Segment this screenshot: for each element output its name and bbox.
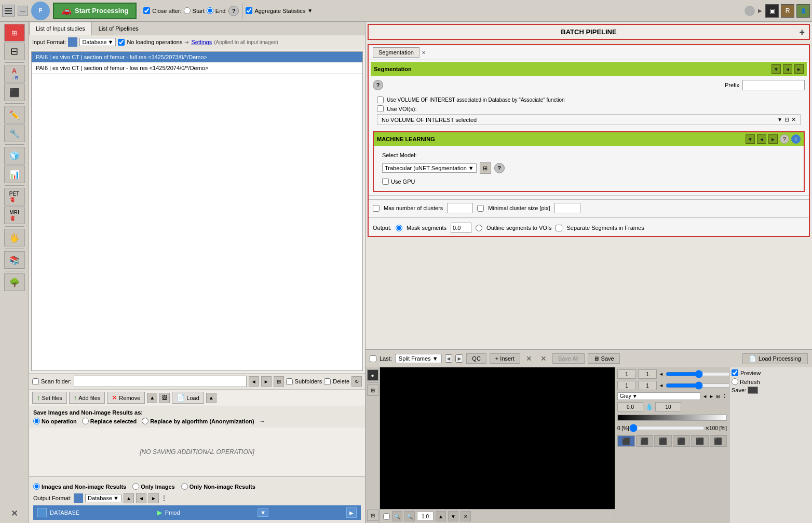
viewer-up-arrow[interactable]: ▲ <box>436 511 446 521</box>
outline-radio[interactable] <box>476 225 482 231</box>
start-processing-button[interactable]: 🚗 Start Processing <box>53 3 137 19</box>
sidebar-icon-grid[interactable]: ⊟ <box>4 43 25 60</box>
sidebar-icon-atom[interactable]: PET🫀 <box>4 188 25 205</box>
sidebar-icon-tools[interactable]: 🔧 <box>4 125 25 142</box>
vr-nav-btn1[interactable]: ⬛ <box>617 435 635 447</box>
pmod-expand-btn[interactable]: ▶ <box>346 507 357 518</box>
vr-input2b[interactable] <box>638 381 657 390</box>
remove-button[interactable]: ✕ Remove <box>107 392 145 404</box>
replace-algorithm-option[interactable]: Replace by algorithm (Anonymization) <box>142 418 254 424</box>
mask-radio[interactable] <box>396 225 402 231</box>
vr-gray-copy[interactable]: ⊞ <box>716 394 720 399</box>
viewer-btn-dark[interactable]: ● <box>367 369 378 381</box>
no-operation-option[interactable]: No operation <box>33 418 77 424</box>
voi-close-btn[interactable]: ✕ <box>791 116 796 123</box>
up-btn[interactable]: ▲ <box>147 393 157 403</box>
vr-max-input[interactable] <box>655 402 681 411</box>
last-checkbox[interactable] <box>370 355 376 362</box>
viewer-close-btn[interactable]: ✕ <box>461 511 471 521</box>
sidebar-icon-layers[interactable]: ⬛ <box>4 84 25 101</box>
pmod-dropdown[interactable]: ▼ <box>258 508 268 517</box>
close-icon[interactable]: ✕ <box>705 425 709 431</box>
input-format-dropdown[interactable]: Database ▼ <box>79 38 116 46</box>
set-files-button[interactable]: ↑ Set files <box>32 392 67 404</box>
batch-add-button[interactable]: + <box>799 26 805 37</box>
account-icon[interactable]: 👤 <box>796 4 810 18</box>
qc-button[interactable]: QC <box>466 353 486 364</box>
vr-arrow-left2[interactable]: ◄ <box>659 383 664 388</box>
delete-checkbox[interactable] <box>324 378 331 385</box>
seg-help-button[interactable]: ? <box>373 80 383 90</box>
monitor-icon[interactable]: ▣ <box>765 4 779 18</box>
output-more-btn[interactable]: ⋮ <box>161 494 167 502</box>
use-volume-checkbox[interactable] <box>377 97 384 103</box>
study-item[interactable]: PAI6 | ex vivo CT | section of femur - f… <box>32 52 362 63</box>
tab-input-studies[interactable]: List of Input studies <box>29 22 92 35</box>
no-loading-checkbox[interactable] <box>118 39 125 46</box>
output-prev-btn[interactable]: ◄ <box>136 493 146 503</box>
model-dropdown[interactable]: Trabecular (uNET Segmentation ▼ <box>382 163 477 173</box>
save-button[interactable]: 🖥 Save <box>588 353 620 364</box>
aggregate-arrow[interactable]: ▼ <box>307 8 313 13</box>
copy-btn[interactable]: ⊞ <box>274 376 284 387</box>
vr-input1b[interactable] <box>638 369 657 379</box>
vr-nav-btn4[interactable]: ⬛ <box>673 435 691 447</box>
seg-tab-close[interactable]: ✕ <box>422 50 426 56</box>
min-cluster-checkbox[interactable] <box>477 205 484 212</box>
min-cluster-input[interactable] <box>554 203 580 213</box>
next-frame-btn[interactable]: ► <box>455 354 463 363</box>
separate-checkbox[interactable] <box>556 225 562 231</box>
vr-nav-btn6[interactable]: ⬛ <box>710 435 727 447</box>
viewer-checkbox[interactable] <box>383 513 390 520</box>
vr-input1a[interactable] <box>617 369 636 379</box>
vr-arrow-left1[interactable]: ◄ <box>659 371 664 377</box>
vr-gray-more[interactable]: ⋮ <box>722 394 727 399</box>
max-clusters-checkbox[interactable] <box>373 205 380 212</box>
percent-slider[interactable] <box>629 424 705 432</box>
images-nonimage-option[interactable]: Images and Non-image Results <box>33 483 126 490</box>
expand-arrow[interactable]: ▶ <box>758 8 762 13</box>
output-up-btn[interactable]: ▲ <box>124 493 134 503</box>
load-button[interactable]: 📄 Load <box>172 392 204 404</box>
load-processing-button[interactable]: 📄 Load Processing <box>742 353 808 364</box>
output-next-btn[interactable]: ► <box>148 493 159 503</box>
refresh-radio[interactable] <box>732 378 738 385</box>
prefix-input[interactable] <box>742 80 805 90</box>
ml-next-btn[interactable]: ► <box>768 134 778 144</box>
prev-btn[interactable]: ◄ <box>249 376 259 387</box>
sidebar-icon-ab[interactable]: A →B <box>4 65 25 82</box>
seg-prev-btn[interactable]: ◄ <box>783 64 792 74</box>
tab-pipelines[interactable]: List of Pipelines <box>92 22 145 35</box>
close-x-btn[interactable]: ✕ <box>523 353 535 364</box>
output-format-dropdown[interactable]: Database ▼ <box>85 494 121 502</box>
viewer-btn-copy[interactable]: ⊞ <box>367 384 378 396</box>
viewer-zoom-plus[interactable]: 🔍 <box>404 511 415 521</box>
expand-btn[interactable]: ▲ <box>206 393 216 403</box>
close-sidebar-button[interactable]: ✕ <box>7 505 22 521</box>
viewer-btn-expand[interactable]: ⊟ <box>367 510 378 521</box>
ml-help-btn[interactable]: ? <box>780 134 789 144</box>
scan-folder-input[interactable] <box>74 376 247 387</box>
sidebar-icon-mri[interactable]: MRI🫀 <box>4 207 25 224</box>
seg-tab-label[interactable]: Segmentation <box>373 47 419 58</box>
add-files-button[interactable]: ↑ Add files <box>69 392 105 404</box>
settings-link[interactable]: Settings <box>191 39 212 45</box>
user-icon[interactable]: R <box>781 4 794 18</box>
minimize-button[interactable]: — <box>18 6 28 16</box>
vr-nav-btn3[interactable]: ⬛ <box>654 435 672 447</box>
vr-nav-btn5[interactable]: ⬛ <box>691 435 709 447</box>
study-item[interactable]: PAI6 | ex vivo CT | section of femur - l… <box>32 63 362 74</box>
save-all-button[interactable]: Save All <box>552 353 585 364</box>
sidebar-icon-tree[interactable]: 🌳 <box>4 273 25 291</box>
voi-maximize-btn[interactable]: ⊡ <box>784 116 789 123</box>
arrow-right-icon2[interactable]: → <box>260 418 265 424</box>
refresh-btn[interactable]: ↻ <box>351 376 362 387</box>
sidebar-icon-chart[interactable]: 📊 <box>4 166 25 183</box>
start-radio[interactable] <box>184 7 191 14</box>
viewer-zoom-icon[interactable]: 🔍 <box>392 511 402 521</box>
close-x-btn2[interactable]: ✕ <box>538 353 549 364</box>
sidebar-icon-hand[interactable]: 🖐️ <box>4 229 25 246</box>
ml-info-btn[interactable]: i <box>791 134 801 144</box>
sidebar-icon-view[interactable]: ⊞+ <box>4 24 25 42</box>
max-clusters-input[interactable] <box>447 203 473 213</box>
